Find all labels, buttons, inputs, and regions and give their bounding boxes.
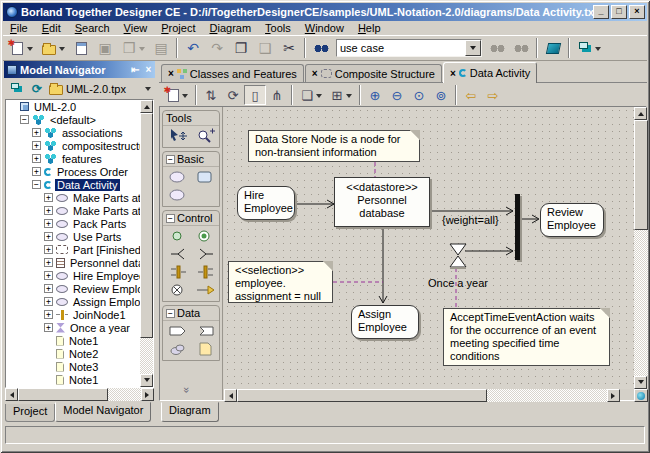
menu-view[interactable]: View bbox=[117, 21, 155, 35]
activity-tool[interactable] bbox=[165, 186, 192, 204]
find-next-button[interactable] bbox=[485, 37, 509, 59]
assign-employee-node[interactable]: Assign Employee bbox=[351, 305, 419, 339]
close-button[interactable]: × bbox=[629, 5, 645, 19]
review-employee-node[interactable]: Review Employee bbox=[540, 203, 604, 237]
time-event-node[interactable] bbox=[448, 241, 468, 271]
tab-data-activity[interactable]: × Data Activity bbox=[443, 62, 537, 83]
tab-composite-structure[interactable]: × Composite Structure bbox=[305, 64, 442, 82]
menu-project[interactable]: Project bbox=[154, 21, 202, 35]
note-tool[interactable] bbox=[192, 340, 219, 358]
collapse-icon[interactable]: − bbox=[166, 155, 175, 164]
expand-toggle[interactable]: + bbox=[44, 310, 53, 319]
object-tool[interactable] bbox=[165, 340, 192, 358]
canvas-horizontal-scrollbar[interactable] bbox=[224, 389, 620, 402]
collapse-icon[interactable]: − bbox=[166, 214, 175, 223]
expand-toggle[interactable]: + bbox=[32, 154, 41, 163]
palette-section-header[interactable]: −Data bbox=[163, 306, 219, 321]
flow-final-tool[interactable] bbox=[165, 281, 192, 299]
expand-nodes-button[interactable]: ⇅ bbox=[200, 85, 222, 105]
tree-vertical-scrollbar[interactable] bbox=[140, 100, 153, 387]
close-tab-icon[interactable]: × bbox=[168, 68, 174, 79]
tab-project[interactable]: Project bbox=[5, 404, 55, 422]
save-button[interactable]: ▣ bbox=[93, 37, 117, 59]
weight-label[interactable]: {weight=all} bbox=[442, 214, 499, 226]
find-button[interactable] bbox=[309, 37, 333, 59]
join-node[interactable] bbox=[515, 194, 520, 260]
zoom-selection-button[interactable]: ⊙ bbox=[408, 85, 430, 105]
new-dropdown[interactable] bbox=[27, 47, 33, 54]
scroll-up-button[interactable] bbox=[140, 100, 153, 113]
selection-note[interactable]: <<selection>> employee. assignment = nul… bbox=[228, 261, 333, 303]
tree-item[interactable]: +compositestructures bbox=[6, 139, 153, 152]
tree-item-selected[interactable]: −Data Activity bbox=[6, 178, 153, 191]
tree-item[interactable]: +Assign Employe bbox=[6, 295, 153, 308]
paste-button[interactable]: ❑ bbox=[253, 37, 277, 59]
palette-section-header[interactable]: Tools bbox=[163, 111, 219, 126]
tree-item[interactable]: Note2 bbox=[6, 347, 153, 360]
new-element-dropdown[interactable] bbox=[182, 94, 188, 101]
send-signal-tool[interactable] bbox=[165, 322, 192, 340]
menu-tools[interactable]: Tools bbox=[258, 21, 298, 35]
scroll-track[interactable] bbox=[18, 388, 141, 401]
tree-item[interactable]: UML-2.0 bbox=[6, 100, 153, 113]
fork-tool[interactable] bbox=[165, 263, 192, 281]
project-dropdown[interactable] bbox=[145, 87, 151, 94]
forward-button[interactable]: ⇨ bbox=[482, 85, 504, 105]
save-all-button[interactable]: ❒ bbox=[117, 37, 141, 59]
hire-employee-node[interactable]: Hire Employee bbox=[237, 186, 295, 220]
scroll-right-button[interactable] bbox=[141, 388, 154, 401]
tree-item[interactable]: +Process Order bbox=[6, 165, 153, 178]
layout-button[interactable]: ❏ bbox=[296, 85, 318, 105]
tab-classes-and-features[interactable]: × Classes and Features bbox=[161, 64, 304, 82]
object-node-tool[interactable] bbox=[192, 168, 219, 186]
pin-panel-icon[interactable]: ⇤ bbox=[129, 63, 142, 76]
tree-item[interactable]: −<default> bbox=[6, 113, 153, 126]
expand-toggle[interactable]: + bbox=[44, 193, 53, 202]
zoom-out-button[interactable]: ⊖ bbox=[386, 85, 408, 105]
merge-tool[interactable] bbox=[192, 245, 219, 263]
expand-toggle[interactable]: + bbox=[44, 323, 53, 332]
help-button[interactable] bbox=[541, 37, 565, 59]
open-button[interactable] bbox=[37, 37, 61, 59]
decision-tool[interactable] bbox=[165, 245, 192, 263]
new-button[interactable] bbox=[5, 37, 29, 59]
new-element-button[interactable] bbox=[162, 85, 184, 105]
expand-toggle[interactable]: + bbox=[44, 271, 53, 280]
scroll-up-button[interactable] bbox=[634, 107, 647, 120]
zoom-tool[interactable] bbox=[192, 127, 219, 145]
align-dropdown[interactable] bbox=[346, 94, 352, 101]
save-all-dropdown[interactable] bbox=[139, 47, 145, 54]
control-flow-tool[interactable] bbox=[192, 281, 219, 299]
tab-model-navigator[interactable]: Model Navigator bbox=[55, 402, 151, 422]
tree-item[interactable]: +Use Parts bbox=[6, 230, 153, 243]
tree-item[interactable]: +Make Parts at Fa bbox=[6, 204, 153, 217]
canvas-vertical-scrollbar[interactable] bbox=[634, 107, 648, 389]
menu-file[interactable]: File bbox=[3, 21, 35, 35]
expand-toggle[interactable]: + bbox=[44, 219, 53, 228]
expand-toggle[interactable]: + bbox=[32, 167, 41, 176]
tree-horizontal-scrollbar[interactable] bbox=[5, 388, 154, 401]
expand-toggle[interactable]: + bbox=[44, 245, 53, 254]
scroll-left-button[interactable] bbox=[224, 389, 237, 402]
tree-item[interactable]: +Hire Employee bbox=[6, 269, 153, 282]
close-tab-icon[interactable]: × bbox=[450, 68, 456, 79]
export-button[interactable] bbox=[69, 37, 93, 59]
close-panel-icon[interactable]: × bbox=[142, 63, 155, 76]
scroll-down-button[interactable] bbox=[140, 374, 153, 387]
menu-diagram[interactable]: Diagram bbox=[203, 21, 259, 35]
refresh-diagram-button[interactable]: ⟳ bbox=[222, 85, 244, 105]
action-tool[interactable] bbox=[165, 168, 192, 186]
maximize-button[interactable]: □ bbox=[611, 5, 627, 19]
minimize-button[interactable]: _ bbox=[593, 5, 609, 19]
tree-item[interactable]: +Personnel datab bbox=[6, 256, 153, 269]
tab-diagram[interactable]: Diagram bbox=[161, 402, 219, 422]
layout-dropdown[interactable] bbox=[316, 94, 322, 101]
personnel-database-node[interactable]: <<datastore>> Personnel database bbox=[334, 177, 430, 227]
overview-button[interactable] bbox=[634, 389, 648, 402]
collapse-icon[interactable]: − bbox=[166, 309, 175, 318]
open-dropdown[interactable] bbox=[59, 47, 65, 54]
tree-item[interactable]: +Once a year bbox=[6, 321, 153, 334]
expand-toggle[interactable]: + bbox=[44, 258, 53, 267]
scroll-thumb[interactable] bbox=[18, 388, 108, 401]
cut-button[interactable]: ✂ bbox=[277, 37, 301, 59]
